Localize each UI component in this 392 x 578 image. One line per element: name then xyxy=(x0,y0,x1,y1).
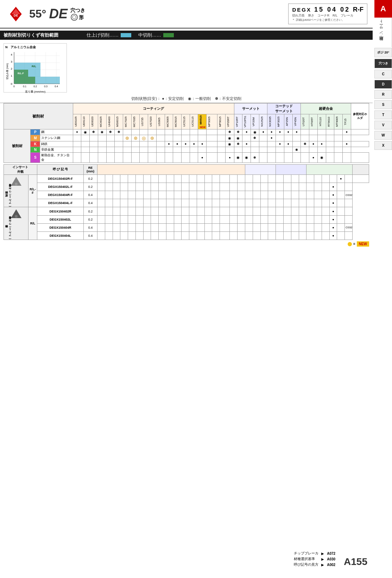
p-ms6015: ✽ xyxy=(115,129,123,135)
rlf-r1-mt9005: ● xyxy=(337,174,345,183)
p-mh515 xyxy=(198,129,207,135)
p-mp9005 xyxy=(207,129,217,135)
legend-medium: 中切削…… xyxy=(138,32,174,38)
bottom-ref-row-3: 呼び記号の見方 ▶ A002 xyxy=(292,562,337,567)
rl-r4-mt9005: ● xyxy=(329,231,337,240)
s-vp10f51: ◉ xyxy=(242,152,251,163)
ref-arrow-1: ▶ xyxy=(320,551,325,556)
col-tf15: TF15 xyxy=(342,114,351,129)
chart-material-label: N アルミニウム合金 xyxy=(5,45,65,50)
new-badge-legend: NEW xyxy=(357,241,369,247)
cermet-group-header: サーメット xyxy=(234,103,267,114)
col-ue6110: UE6110 xyxy=(81,114,90,129)
stable-label: ●：安定切削 xyxy=(162,96,184,101)
svg-text:R/L-F: R/L-F xyxy=(18,72,24,75)
sidebar-D[interactable]: D xyxy=(374,80,392,89)
mat-S-code: S xyxy=(31,152,40,163)
ref-header: 参照対応ホルダ xyxy=(351,103,369,129)
s-vp05rt: ● xyxy=(226,152,234,163)
sidebar-X[interactable]: X xyxy=(374,141,392,150)
ref-arrow-2: ▶ xyxy=(320,556,325,562)
p-ap25n: ● xyxy=(284,129,292,135)
ref-arrow-3: ▶ xyxy=(320,562,325,567)
ref-page-3: A002 xyxy=(325,562,337,567)
subtitle-line2: 形 xyxy=(70,14,85,21)
page-number: A155 xyxy=(344,556,367,567)
bottom-ref-row-1: チップブレーカ ▶ A072 xyxy=(292,551,337,556)
svg-text:1: 1 xyxy=(11,74,13,77)
rl-row2-name: DEGX150402L xyxy=(37,215,83,223)
rlf-row1-name: DEGX150402R-F xyxy=(37,174,83,183)
carbide-group-header: 超硬合金 xyxy=(301,103,351,114)
rlf-row3-ref: C032 xyxy=(345,191,353,199)
p-uc5115a xyxy=(182,129,190,135)
rlf-row2-ref xyxy=(345,183,353,191)
main-table-wrapper: 被削材 コーティング サーメット コーテッドサーメット 超硬合金 参照対応ホルダ… xyxy=(0,103,373,163)
rl-insert-image: 中切削(アルミニウム合金用) xyxy=(4,207,29,240)
sidebar-C[interactable]: C xyxy=(374,70,392,78)
ref-page-1: A072 xyxy=(325,551,337,556)
degree-label: 55° xyxy=(29,7,46,20)
rlf-shape-icon xyxy=(9,175,23,188)
col-ue6105: UE6105 xyxy=(73,114,81,129)
k-vp10f51: ● xyxy=(242,141,251,147)
p-us905 xyxy=(156,129,165,135)
svg-point-3 xyxy=(71,14,77,20)
col-ap25n: AP25N xyxy=(284,114,292,129)
col-vp05rt: VP05RT xyxy=(226,114,234,129)
p-ue6105: ● xyxy=(73,129,81,135)
col-us735: US735 xyxy=(140,114,148,129)
col-mc7025: MC7025 xyxy=(123,114,131,129)
s-vp20m: ✽ xyxy=(251,152,259,163)
p-vp20m: ◉ xyxy=(251,129,259,135)
m-mc7035: ⊛ xyxy=(131,135,140,141)
n-tf15 xyxy=(334,147,343,152)
mat-S-name: 耐熱合金、チタン合金 xyxy=(40,152,73,163)
svg-text:0.2: 0.2 xyxy=(33,85,37,88)
section-title-bar: 被削材別切りくず有効範囲 仕上げ切削…… 中切削…… xyxy=(0,31,373,40)
insert-coated-cermet-header xyxy=(276,164,306,174)
product-code-main: DEGX xyxy=(292,7,311,13)
sidebar-poji[interactable]: ポジ 20° xyxy=(374,48,392,57)
header-left: DE 55° DE 穴つき 形 xyxy=(5,5,85,23)
p-tf15: ● xyxy=(342,129,351,135)
p-mc5005 xyxy=(165,129,173,135)
insert-ref-header xyxy=(352,164,369,174)
p-mp9015 xyxy=(217,129,226,135)
sidebar-R[interactable]: R xyxy=(374,90,392,99)
sidebar-T[interactable]: T xyxy=(374,110,392,119)
sidebar-section-a[interactable]: A xyxy=(374,0,392,18)
sidebar-S[interactable]: S xyxy=(374,100,392,109)
rl-shape-icon xyxy=(9,208,23,220)
p-mp3025: ● xyxy=(276,129,284,135)
product-code-box: DEGX 15 04 02 R-F 切れ刃長 厚さ コーナR R/L ブレーカ … xyxy=(288,4,367,24)
sidebar-hole[interactable]: 穴つき xyxy=(374,59,392,68)
ref-label-3: 呼び記号の見方 xyxy=(292,562,320,567)
sidebar-V[interactable]: V xyxy=(374,121,392,129)
chart-area: N アルミニウム合金 0 1 2 3 4 0 0.1 0.2 0.3 0.4 xyxy=(0,41,373,95)
ref-label-2: 材種選択基準 xyxy=(292,556,320,562)
cutting-status-label: 切削状態(目安)： xyxy=(131,96,161,101)
col-vp45n: VP45N xyxy=(292,114,301,129)
p-mc7035 xyxy=(131,129,140,135)
sidebar-W[interactable]: W xyxy=(374,131,392,140)
logo-icon: DE xyxy=(5,5,26,23)
k-vp05rt: ◉ xyxy=(226,141,234,147)
svg-point-4 xyxy=(72,15,76,19)
col-mc7035: MC7035 xyxy=(131,114,140,129)
k-vp10rt: ✽ xyxy=(234,141,242,147)
rlf-row4: DEGX150404L-F 0.4 ● xyxy=(4,199,369,207)
m-tf15 xyxy=(334,135,343,141)
p-mc6025: ◉ xyxy=(98,129,106,135)
svg-point-31 xyxy=(15,183,18,185)
col-uh6400: UH6400 xyxy=(106,114,115,129)
material-group-label: 被削材 xyxy=(4,129,31,163)
new-badge-mh515: NEW xyxy=(199,126,206,129)
main-table: 被削材 コーティング サーメット コーテッドサーメット 超硬合金 参照対応ホルダ… xyxy=(4,103,369,163)
rl-row4-name: DEGX150404L xyxy=(37,231,83,240)
svg-text:2: 2 xyxy=(11,67,13,70)
svg-text:4: 4 xyxy=(11,53,13,56)
rl-row4-re: 0.4 xyxy=(84,231,97,240)
chart-container: N アルミニウム合金 0 1 2 3 4 0 0.1 0.2 0.3 0.4 xyxy=(4,43,67,93)
mat-K-name: 鋳鉄 xyxy=(40,141,73,147)
